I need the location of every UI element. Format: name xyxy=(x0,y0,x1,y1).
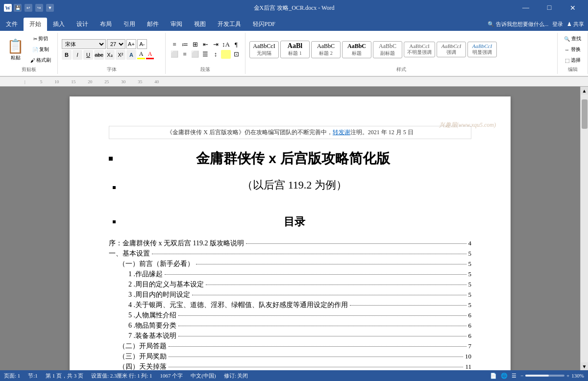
tab-review[interactable]: 审阅 xyxy=(165,18,188,31)
tab-references[interactable]: 引用 xyxy=(118,18,141,31)
toc-page-number: 4 xyxy=(468,239,472,247)
tab-design[interactable]: 设计 xyxy=(71,18,94,31)
customize-icon[interactable]: ▼ xyxy=(46,4,54,12)
toc-page-number: 5 xyxy=(468,291,472,299)
style-h2[interactable]: AaBbC 标题 2 xyxy=(311,41,341,58)
style-emphasis[interactable]: AaBbCcI 强调 xyxy=(437,42,466,57)
increase-font-button[interactable]: A+ xyxy=(126,39,136,49)
view-mode-print[interactable]: 📄 xyxy=(490,373,497,379)
minimize-button[interactable]: — xyxy=(514,0,537,16)
scroll-up-button[interactable]: ▲ xyxy=(581,87,588,95)
style-subtitle[interactable]: AaBbC 副标题 xyxy=(373,41,402,58)
toc-dots xyxy=(206,285,466,285)
format-painter-button[interactable]: 🖌格式刷 xyxy=(28,55,53,65)
increase-indent-button[interactable]: ⇥ xyxy=(211,40,220,49)
style-title[interactable]: AaBbC 标题 xyxy=(342,41,371,58)
underline-button[interactable]: U xyxy=(83,50,93,60)
sort-button[interactable]: ↕A xyxy=(221,40,231,49)
toc-dots xyxy=(169,346,466,347)
toc-title: 目录 xyxy=(118,214,471,229)
ribbon: 文件 开始 插入 设计 布局 引用 邮件 审阅 视图 开发工具 轻闪PDF 🔍 … xyxy=(0,16,588,77)
word-app-icon[interactable]: W xyxy=(4,4,12,12)
style-normal[interactable]: AaBbCcI 无间隔 xyxy=(249,41,279,58)
line-spacing-button[interactable]: ↕ xyxy=(211,50,220,59)
toc-item: 7 .装备基本说明6 xyxy=(128,332,471,340)
style-h1[interactable]: AaBl 标题 1 xyxy=(280,41,310,58)
align-right-button[interactable]: ⬜ xyxy=(190,50,200,59)
tab-developer[interactable]: 开发工具 xyxy=(212,18,247,31)
tab-mailings[interactable]: 邮件 xyxy=(141,18,165,31)
tab-pdf[interactable]: 轻闪PDF xyxy=(247,18,281,31)
show-formatting-button[interactable]: ¶ xyxy=(231,40,241,49)
zoom-in-button[interactable]: + xyxy=(566,373,569,379)
toc-dots xyxy=(196,264,466,264)
notice-link[interactable]: 转发谢 xyxy=(333,129,350,136)
editing-group-label: 编辑 xyxy=(562,66,584,73)
decrease-indent-button[interactable]: ⇤ xyxy=(200,40,210,49)
toc-dots xyxy=(178,326,466,326)
share-button[interactable]: ♟ 共享 xyxy=(567,21,584,28)
login-button[interactable]: 登录 xyxy=(552,21,563,28)
paste-label: 粘贴 xyxy=(11,54,21,61)
scroll-track[interactable] xyxy=(581,95,588,362)
font-group: 宋体 27 A+ A- B I U abc X₂ X² xyxy=(58,33,166,74)
align-left-button[interactable]: ⬜ xyxy=(170,50,179,59)
maximize-button[interactable]: □ xyxy=(538,0,561,16)
subscript-button[interactable]: X₂ xyxy=(105,50,115,60)
find-button[interactable]: 🔍 查找 xyxy=(562,34,584,44)
copy-button[interactable]: 📄复制 xyxy=(28,45,53,54)
toc-item: （三）开局奖励10 xyxy=(119,352,471,361)
shading-button[interactable] xyxy=(221,50,231,59)
word-count: 1067 个字 xyxy=(160,372,183,380)
highlight-color-button[interactable]: A xyxy=(137,50,145,59)
font-size-select[interactable]: 27 xyxy=(107,39,125,49)
bullets-button[interactable]: ≡ xyxy=(170,40,179,49)
toc-item-label: 一、基本设置 xyxy=(109,249,150,258)
view-mode-outline[interactable]: ☰ xyxy=(512,373,516,379)
redo-icon[interactable]: ↪ xyxy=(35,4,43,12)
strikethrough-button[interactable]: abc xyxy=(94,50,104,60)
justify-button[interactable]: ☰ xyxy=(200,50,210,59)
text-effects-button[interactable]: A xyxy=(126,50,136,60)
tab-file[interactable]: 文件 xyxy=(0,18,24,31)
vertical-scrollbar[interactable]: ▲ ▼ xyxy=(580,87,588,370)
document-scroll[interactable]: 兴趣屋(www.xqu5.com) 《金庸群侠传 X 后宫版攻略》仍在攻略编写团… xyxy=(0,87,580,370)
bold-button[interactable]: B xyxy=(62,50,72,60)
tab-view[interactable]: 视图 xyxy=(188,18,212,31)
font-name-select[interactable]: 宋体 xyxy=(62,39,106,49)
tab-insert[interactable]: 插入 xyxy=(47,18,71,31)
style-intense-emphasis[interactable]: AaBbCcI 明显强调 xyxy=(467,42,497,57)
tab-layout[interactable]: 布局 xyxy=(94,18,118,31)
zoom-control[interactable]: − + 130% xyxy=(520,373,584,379)
editing-group: 🔍 查找 ↔ 替换 ⬚ 选择 编辑 xyxy=(558,33,588,74)
zoom-slider[interactable] xyxy=(525,375,564,377)
align-center-button[interactable]: ≡ xyxy=(180,50,190,59)
borders-button[interactable]: ⊡ xyxy=(231,50,241,59)
style-subtle-emphasis[interactable]: AaBbCcI 不明显强调 xyxy=(404,42,435,57)
save-icon[interactable]: 💾 xyxy=(14,4,22,12)
tab-home[interactable]: 开始 xyxy=(24,18,47,31)
clipboard-group: 📋 粘贴 ✂剪切 📄复制 🖌格式刷 剪贴板 xyxy=(0,33,58,74)
replace-button[interactable]: ↔ 替换 xyxy=(562,45,583,54)
clipboard-label: 剪贴板 xyxy=(4,66,53,73)
numbering-button[interactable]: ≔ xyxy=(180,40,190,49)
subtitle-bullet xyxy=(113,186,116,189)
decrease-font-button[interactable]: A- xyxy=(137,39,147,49)
toc-dots xyxy=(178,315,466,316)
toc-item-label: 6 .物品简要分类 xyxy=(128,321,176,330)
scroll-thumb[interactable] xyxy=(582,99,588,129)
status-bar-right: 📄 🌐 ☰ − + 130% xyxy=(490,373,584,379)
zoom-out-button[interactable]: − xyxy=(520,373,523,379)
multilevel-list-button[interactable]: ⊞ xyxy=(190,40,200,49)
cut-button[interactable]: ✂剪切 xyxy=(28,34,53,44)
select-button[interactable]: ⬚ 选择 xyxy=(563,55,583,65)
paste-button[interactable]: 📋 粘贴 xyxy=(4,37,27,62)
superscript-button[interactable]: X² xyxy=(116,50,125,60)
quick-access-toolbar: 💾 ↩ ↪ ▼ xyxy=(14,4,54,12)
close-button[interactable]: ✕ xyxy=(562,0,584,16)
scroll-down-button[interactable]: ▼ xyxy=(581,362,588,370)
view-mode-web[interactable]: 🌐 xyxy=(501,373,508,379)
italic-button[interactable]: I xyxy=(73,50,82,60)
font-color-button[interactable]: A xyxy=(146,50,154,59)
undo-icon[interactable]: ↩ xyxy=(24,4,32,12)
